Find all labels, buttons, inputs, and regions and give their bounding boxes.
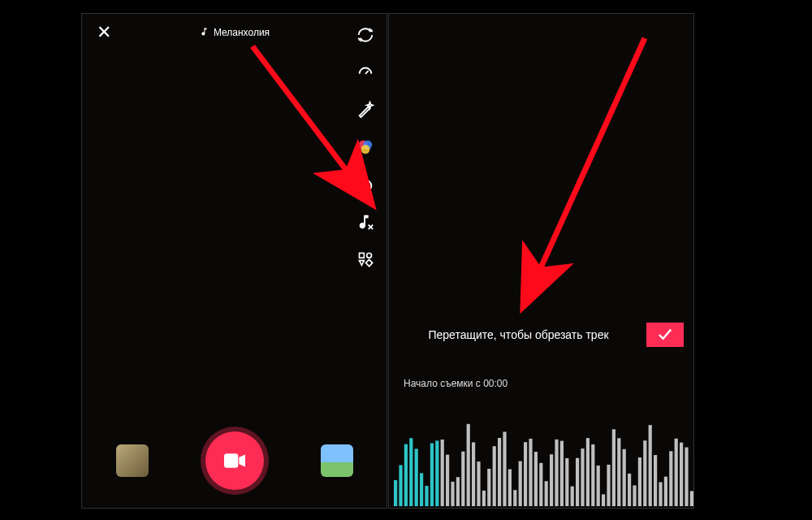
svg-rect-31 (503, 431, 506, 506)
svg-line-9 (253, 46, 366, 197)
svg-rect-53 (617, 438, 620, 506)
timer-3s-icon[interactable]: 3 (356, 175, 375, 194)
svg-rect-67 (690, 491, 693, 506)
svg-rect-22 (456, 477, 460, 506)
svg-rect-32 (508, 470, 512, 506)
svg-rect-30 (498, 438, 501, 506)
top-bar: ✕ Меланхолия (82, 24, 387, 41)
svg-rect-27 (482, 491, 486, 506)
svg-rect-51 (607, 465, 610, 506)
magic-wand-icon[interactable] (356, 100, 375, 119)
svg-rect-58 (643, 440, 646, 506)
music-trim-icon[interactable] (356, 212, 375, 232)
record-button[interactable] (205, 431, 264, 490)
sound-waveform[interactable] (389, 410, 693, 508)
tool-column: 3 (356, 25, 375, 269)
svg-rect-25 (472, 442, 475, 506)
svg-rect-24 (467, 424, 470, 506)
svg-rect-50 (602, 494, 605, 506)
svg-rect-41 (555, 440, 558, 506)
svg-point-2 (361, 145, 370, 154)
flip-camera-icon[interactable] (356, 25, 375, 45)
svg-rect-61 (659, 482, 662, 506)
svg-rect-20 (446, 455, 449, 506)
svg-rect-29 (493, 446, 496, 506)
start-time-label: Начало съемки с 00:00 (404, 378, 508, 389)
svg-rect-36 (529, 439, 532, 506)
svg-rect-8 (224, 453, 238, 467)
svg-rect-62 (664, 477, 667, 506)
filters-icon[interactable] (356, 137, 375, 157)
trim-prompt-label: Перетащите, чтобы обрезать трек (399, 328, 638, 341)
effects-button[interactable] (116, 444, 149, 477)
svg-rect-60 (654, 455, 657, 506)
camera-screen: ✕ Меланхолия 3 (81, 13, 387, 509)
svg-rect-40 (550, 454, 553, 506)
svg-rect-59 (649, 425, 652, 506)
svg-rect-11 (399, 465, 402, 506)
svg-line-68 (527, 38, 645, 298)
svg-rect-34 (519, 462, 522, 506)
svg-rect-42 (560, 441, 564, 506)
svg-rect-47 (586, 438, 590, 506)
svg-rect-5 (360, 254, 365, 258)
svg-rect-46 (581, 448, 584, 506)
svg-rect-43 (565, 458, 568, 506)
bottom-bar (82, 431, 387, 490)
svg-rect-45 (576, 458, 579, 506)
speed-off-icon[interactable] (356, 63, 375, 82)
svg-rect-44 (571, 487, 574, 506)
svg-rect-10 (394, 480, 397, 506)
svg-rect-57 (638, 457, 641, 506)
svg-rect-65 (680, 443, 683, 506)
svg-rect-48 (591, 444, 594, 506)
svg-rect-16 (425, 486, 428, 506)
svg-rect-7 (365, 259, 372, 266)
svg-rect-54 (623, 449, 626, 506)
svg-rect-56 (633, 485, 636, 506)
svg-rect-12 (404, 444, 408, 506)
svg-rect-52 (612, 429, 615, 506)
svg-rect-26 (477, 462, 480, 506)
svg-point-6 (367, 254, 372, 258)
svg-rect-28 (487, 469, 490, 506)
svg-text:3: 3 (364, 184, 368, 191)
svg-rect-66 (685, 448, 688, 506)
svg-rect-37 (534, 452, 538, 506)
grid-icon[interactable] (356, 249, 375, 269)
svg-rect-23 (461, 452, 464, 506)
svg-rect-13 (409, 438, 412, 506)
sound-selector[interactable]: Меланхолия (199, 27, 270, 39)
svg-rect-17 (430, 443, 434, 506)
svg-rect-14 (415, 448, 418, 506)
trim-prompt-row: Перетащите, чтобы обрезать трек (389, 323, 693, 347)
annotation-arrow-icon (503, 30, 689, 323)
music-note-icon (199, 27, 209, 39)
svg-rect-39 (545, 481, 548, 506)
svg-rect-35 (524, 442, 527, 506)
sound-label: Меланхолия (214, 27, 270, 38)
upload-button[interactable] (321, 444, 353, 477)
svg-rect-64 (675, 439, 678, 506)
svg-rect-55 (628, 474, 631, 506)
svg-rect-19 (441, 440, 444, 506)
svg-rect-38 (539, 463, 542, 506)
confirm-trim-button[interactable] (646, 323, 684, 347)
close-button[interactable]: ✕ (97, 24, 111, 41)
svg-rect-49 (597, 466, 600, 506)
svg-rect-18 (435, 440, 438, 506)
svg-rect-33 (513, 490, 516, 506)
svg-rect-63 (669, 451, 672, 506)
svg-rect-21 (451, 482, 454, 506)
svg-rect-15 (420, 473, 423, 506)
trim-sound-screen: Перетащите, чтобы обрезать трек Начало с… (388, 13, 694, 509)
